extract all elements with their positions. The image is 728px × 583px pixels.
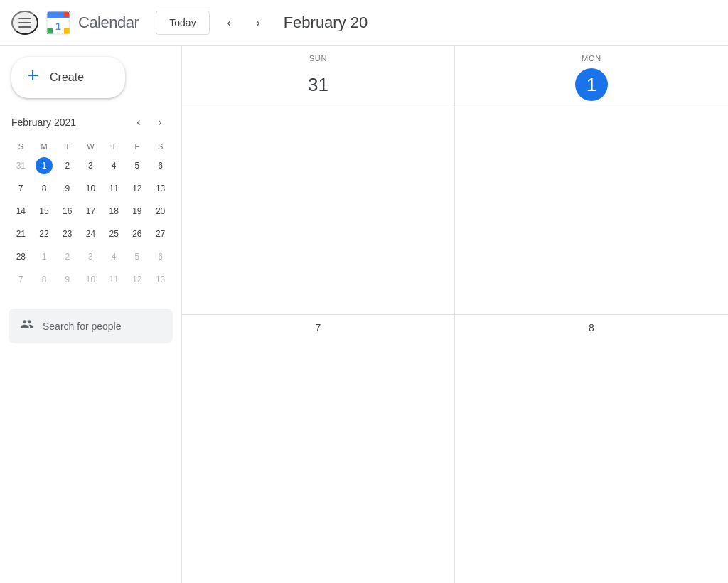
mini-cal-day[interactable]: 28 <box>10 246 32 267</box>
current-date-display: February 20 <box>284 14 368 32</box>
mini-calendar-grid: S M T W T F S 31123456789101112131415161… <box>9 138 173 292</box>
mini-cal-day[interactable]: 27 <box>149 223 171 245</box>
mini-cal-day[interactable]: 12 <box>127 178 149 199</box>
mini-cal-day[interactable]: 15 <box>33 200 55 222</box>
calendar-bottom-row: 7 8 <box>182 315 728 584</box>
plus-icon <box>24 67 41 88</box>
create-button[interactable]: Create <box>11 57 125 98</box>
mini-cal-day[interactable]: 10 <box>80 178 102 199</box>
day-header-thu: T <box>103 139 125 154</box>
mini-cal-day[interactable]: 16 <box>56 200 78 222</box>
today-button[interactable]: Today <box>156 11 209 35</box>
logo[interactable]: 1 Calendar <box>44 9 139 37</box>
search-people-placeholder: Search for people <box>43 321 122 332</box>
mini-cal-day[interactable]: 6 <box>149 155 171 176</box>
mon-body <box>455 107 728 314</box>
search-people-input[interactable]: Search for people <box>9 309 173 343</box>
mini-cal-day[interactable]: 1 <box>33 246 55 267</box>
day-header-sat: S <box>149 139 171 154</box>
svg-rect-1 <box>18 22 31 23</box>
main-container: Create February 2021 ‹ › S M T W T <box>0 46 728 583</box>
mini-cal-day[interactable]: 10 <box>80 269 102 290</box>
mini-cal-day[interactable]: 9 <box>56 269 78 290</box>
mini-cal-day[interactable]: 17 <box>80 200 102 222</box>
date-7[interactable]: 7 <box>191 322 446 333</box>
mini-cal-day[interactable]: 3 <box>80 246 102 267</box>
svg-rect-11 <box>64 11 70 17</box>
date-8[interactable]: 8 <box>464 322 719 333</box>
mini-cal-day[interactable]: 4 <box>103 246 125 267</box>
calendar-top-row: SUN 31 MON 1 <box>182 46 728 315</box>
mini-cal-day[interactable]: 11 <box>103 269 125 290</box>
app-title: Calendar <box>78 14 139 32</box>
mini-cal-day[interactable]: 26 <box>127 223 149 245</box>
svg-rect-2 <box>18 26 31 28</box>
mini-cal-day[interactable]: 13 <box>149 269 171 290</box>
mini-cal-next-button[interactable]: › <box>150 112 170 132</box>
next-period-button[interactable]: › <box>244 9 272 37</box>
sun-body <box>182 107 454 314</box>
mon-date[interactable]: 1 <box>575 68 608 101</box>
svg-rect-0 <box>18 18 31 19</box>
mini-cal-day[interactable]: 23 <box>56 223 78 245</box>
mini-calendar-title: February 2021 <box>11 117 76 128</box>
mini-cal-day[interactable]: 8 <box>33 269 55 290</box>
mini-cal-day[interactable]: 7 <box>10 178 32 199</box>
mini-calendar: February 2021 ‹ › S M T W T F S <box>0 112 181 292</box>
mini-cal-day[interactable]: 24 <box>80 223 102 245</box>
app-header: 1 Calendar Today ‹ › February 20 <box>0 0 728 46</box>
mini-cal-day[interactable]: 1 <box>33 155 55 176</box>
svg-text:1: 1 <box>55 21 61 32</box>
mini-cal-day[interactable]: 6 <box>149 246 171 267</box>
mini-cal-day[interactable]: 14 <box>10 200 32 222</box>
sun-date[interactable]: 31 <box>302 68 335 101</box>
sun-label: SUN <box>182 54 454 63</box>
menu-button[interactable] <box>11 11 38 35</box>
mini-cal-day[interactable]: 12 <box>127 269 149 290</box>
mini-calendar-header: February 2021 ‹ › <box>9 112 173 132</box>
mini-cal-day[interactable]: 11 <box>103 178 125 199</box>
cal-col-sun: SUN 31 <box>182 46 455 314</box>
day-header-fri: F <box>127 139 149 154</box>
mini-cal-day[interactable]: 5 <box>127 155 149 176</box>
mini-cal-prev-button[interactable]: ‹ <box>129 112 149 132</box>
calendar-grid-area: SUN 31 MON 1 <box>182 46 728 583</box>
calendar-logo-icon: 1 <box>44 9 73 37</box>
day-header-sun: S <box>10 139 32 154</box>
sidebar: Create February 2021 ‹ › S M T W T <box>0 46 182 583</box>
header-navigation: Today ‹ › February 20 <box>156 9 368 37</box>
create-button-label: Create <box>50 71 84 84</box>
cal-cell-8: 8 <box>455 315 728 584</box>
mini-cal-day[interactable]: 2 <box>56 246 78 267</box>
mini-cal-day[interactable]: 19 <box>127 200 149 222</box>
cal-col-mon: MON 1 <box>455 46 728 314</box>
people-icon <box>20 317 34 335</box>
mini-cal-day[interactable]: 20 <box>149 200 171 222</box>
col-header-sun: SUN 31 <box>182 46 454 107</box>
mini-cal-day[interactable]: 4 <box>103 155 125 176</box>
mini-cal-day[interactable]: 7 <box>10 269 32 290</box>
col-header-mon: MON 1 <box>455 46 728 107</box>
day-header-mon: M <box>33 139 55 154</box>
mini-cal-day[interactable]: 5 <box>127 246 149 267</box>
mini-cal-day[interactable]: 18 <box>103 200 125 222</box>
mini-cal-day[interactable]: 3 <box>80 155 102 176</box>
mini-cal-day[interactable]: 25 <box>103 223 125 245</box>
mini-cal-day[interactable]: 21 <box>10 223 32 245</box>
cal-cell-7: 7 <box>182 315 455 584</box>
mini-cal-day[interactable]: 2 <box>56 155 78 176</box>
date-nav-arrows: ‹ › <box>215 9 272 37</box>
mini-cal-day[interactable]: 8 <box>33 178 55 199</box>
mini-cal-day[interactable]: 9 <box>56 178 78 199</box>
day-header-tue: T <box>56 139 78 154</box>
mini-cal-day[interactable]: 13 <box>149 178 171 199</box>
prev-period-button[interactable]: ‹ <box>215 9 244 37</box>
day-header-wed: W <box>80 139 102 154</box>
mini-cal-day[interactable]: 31 <box>10 155 32 176</box>
mini-cal-day[interactable]: 22 <box>33 223 55 245</box>
mon-label: MON <box>455 54 728 63</box>
